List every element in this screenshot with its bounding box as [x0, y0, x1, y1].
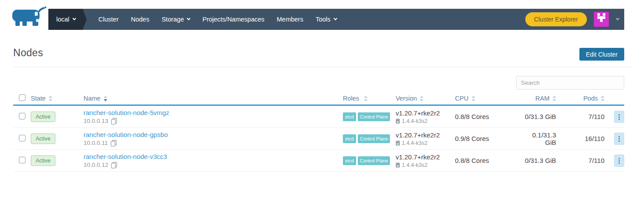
roles-cell: etcdControl Plane: [343, 156, 396, 165]
container-runtime-version: 1.4.4-k3s2: [402, 118, 427, 124]
node-ip: 10.0.0.11: [84, 140, 108, 146]
nav-item-nodes[interactable]: Nodes: [125, 9, 156, 30]
ram-usage: 0/31.3 GiB: [521, 157, 556, 164]
pods-count: 7/110: [556, 157, 604, 164]
table-body: Active rancher-solution-node-5vmgz 10.0.…: [13, 106, 624, 172]
status-badge: Active: [31, 112, 55, 122]
row-actions-menu-button[interactable]: [614, 133, 624, 145]
node-name-link[interactable]: rancher-solution-node-5vmgz: [84, 109, 169, 116]
column-header-ram[interactable]: RAM: [521, 95, 556, 102]
sort-icon: [420, 96, 423, 101]
kubernetes-version: v1.20.7+rke2r2: [396, 131, 455, 139]
top-navbar: local ClusterNodesStorageProjects/Namesp…: [48, 9, 624, 30]
ram-usage: 0/31.3 GiB: [521, 113, 556, 120]
role-badge: Control Plane: [358, 156, 390, 165]
table-row: Active rancher-solution-node-5vmgz 10.0.…: [13, 106, 624, 128]
pods-count: 16/110: [556, 135, 604, 142]
cpu-usage: 0.8/8 Cores: [455, 113, 521, 120]
nav-items: ClusterNodesStorageProjects/NamespacesMe…: [92, 9, 343, 30]
nodes-table: State Name Roles Version CPU RAM Pods: [13, 92, 624, 172]
sort-icon: [553, 96, 556, 101]
chevron-down-icon: [73, 17, 76, 20]
sort-icon: [472, 96, 475, 101]
node-ip: 10.0.0.13: [84, 118, 108, 124]
role-badge: Control Plane: [358, 112, 390, 121]
cluster-switcher[interactable]: local: [48, 9, 83, 30]
copy-icon[interactable]: [111, 162, 117, 169]
column-header-roles[interactable]: Roles: [343, 95, 396, 102]
node-name-link[interactable]: rancher-solution-node-v3cc3: [84, 153, 167, 160]
nav-item-cluster[interactable]: Cluster: [92, 9, 125, 30]
role-badge: etcd: [343, 112, 356, 121]
select-all-checkbox[interactable]: [19, 94, 25, 101]
copy-icon[interactable]: [110, 140, 117, 147]
chevron-down-icon: [187, 17, 190, 20]
status-badge: Active: [31, 133, 55, 144]
roles-cell: etcdControl Plane: [343, 134, 396, 143]
user-menu-chevron-icon[interactable]: [616, 17, 619, 20]
row-actions-menu-button[interactable]: [614, 155, 624, 167]
edit-cluster-button[interactable]: Edit Cluster: [579, 48, 624, 61]
kubernetes-version: v1.20.7+rke2r2: [396, 153, 455, 161]
nav-item-label: Storage: [162, 16, 184, 23]
table-row: Active rancher-solution-node-v3cc3 10.0.…: [13, 150, 624, 172]
sort-icon-active: [104, 96, 107, 101]
pods-count: 7/110: [556, 113, 604, 120]
row-checkbox[interactable]: [19, 113, 25, 119]
search-input[interactable]: [516, 76, 624, 90]
navbar-right: Cluster Explorer: [525, 12, 624, 27]
role-badge: Control Plane: [358, 134, 390, 143]
roles-cell: etcdControl Plane: [343, 112, 396, 121]
column-header-name[interactable]: Name: [84, 95, 343, 102]
row-checkbox[interactable]: [19, 135, 25, 141]
container-runtime-version: 1.4.4-k3s2: [402, 162, 427, 168]
sort-icon: [601, 96, 604, 101]
ram-usage: 0.1/31.3 GiB: [521, 131, 556, 146]
cluster-explorer-button[interactable]: Cluster Explorer: [525, 12, 587, 26]
user-avatar[interactable]: [594, 12, 609, 27]
container-runtime-icon: [396, 162, 400, 168]
node-name-link[interactable]: rancher-solution-node-gpsbo: [84, 131, 168, 138]
nav-item-label: Members: [277, 16, 303, 23]
nav-item-projects-namespaces[interactable]: Projects/Namespaces: [196, 9, 270, 30]
nav-item-label: Cluster: [98, 16, 119, 23]
column-header-cpu[interactable]: CPU: [455, 95, 521, 102]
status-badge: Active: [31, 155, 55, 166]
page-title: Nodes: [13, 47, 43, 59]
nav-item-label: Nodes: [131, 16, 149, 23]
rancher-logo[interactable]: [11, 6, 47, 29]
table-header-row: State Name Roles Version CPU RAM Pods: [13, 92, 624, 106]
container-runtime-icon: [396, 141, 400, 146]
row-actions-menu-button[interactable]: [614, 111, 624, 123]
sort-icon: [49, 96, 52, 101]
column-header-version[interactable]: Version: [396, 95, 455, 102]
kubernetes-version: v1.20.7+rke2r2: [396, 109, 455, 117]
column-header-state[interactable]: State: [31, 95, 84, 102]
chevron-down-icon: [334, 17, 337, 20]
row-checkbox[interactable]: [19, 157, 25, 163]
copy-icon[interactable]: [111, 118, 117, 125]
table-row: Active rancher-solution-node-gpsbo 10.0.…: [13, 128, 624, 150]
nav-item-label: Projects/Namespaces: [202, 16, 264, 23]
nav-item-tools[interactable]: Tools: [309, 9, 343, 30]
node-ip: 10.0.0.12: [84, 162, 108, 168]
cpu-usage: 0.8/8 Cores: [455, 157, 521, 164]
column-header-pods[interactable]: Pods: [556, 95, 604, 102]
nav-item-members[interactable]: Members: [271, 9, 309, 30]
container-runtime-icon: [396, 119, 400, 124]
header-divider: [13, 67, 631, 67]
role-badge: etcd: [343, 134, 356, 143]
role-badge: etcd: [343, 156, 356, 165]
sort-icon: [364, 96, 367, 101]
container-runtime-version: 1.4.4-k3s2: [402, 140, 427, 146]
nav-item-storage[interactable]: Storage: [156, 9, 196, 30]
cpu-usage: 0.9/8 Cores: [455, 135, 521, 142]
nav-item-label: Tools: [316, 16, 331, 23]
cluster-switcher-label: local: [56, 16, 69, 23]
